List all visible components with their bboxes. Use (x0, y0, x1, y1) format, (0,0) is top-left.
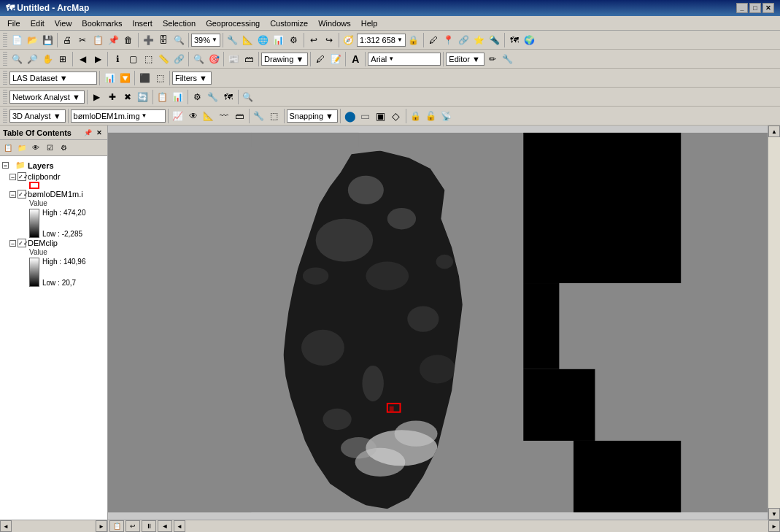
tool-f[interactable]: 🗺 (507, 33, 522, 47)
3d-raster[interactable]: 🗃 (232, 109, 247, 123)
full-extent-button[interactable]: ⊞ (55, 52, 70, 66)
bomlo-header[interactable]: − ✓ bømloDEM1m.i (9, 189, 106, 199)
open-button[interactable]: 📂 (25, 33, 39, 47)
snap-point[interactable]: ⬤ (343, 109, 358, 123)
menu-edit[interactable]: Edit (26, 18, 49, 28)
maximize-button[interactable]: □ (749, 3, 761, 13)
redo-button[interactable]: ↪ (322, 33, 336, 47)
scale-lock[interactable]: 🔒 (406, 33, 421, 47)
clipbondr-checkbox[interactable]: ✓ (18, 172, 26, 181)
hyperlink-button[interactable]: 🔗 (171, 52, 186, 66)
zoom-next[interactable]: ▶ (90, 52, 105, 66)
las-point-1[interactable]: ⬛ (137, 71, 152, 85)
tool-d[interactable]: ⭐ (472, 33, 487, 47)
layers-collapse[interactable]: − (2, 162, 9, 169)
toc-pin-button[interactable]: 📌 (82, 128, 93, 138)
layout-view[interactable]: 📰 (226, 52, 241, 66)
clipbondr-collapse[interactable]: − (9, 174, 16, 180)
snap-end[interactable]: ◇ (389, 109, 403, 123)
map-tools-3[interactable]: 🌐 (256, 33, 271, 47)
copy-button[interactable]: 📋 (90, 33, 105, 47)
menu-customize[interactable]: Customize (266, 18, 312, 28)
map-area[interactable] (108, 126, 768, 520)
zoom-out-button[interactable]: 🔎 (25, 52, 39, 66)
na-tool-9[interactable]: 🗺 (221, 90, 236, 104)
toc-scroll-left[interactable]: ◄ (0, 520, 12, 532)
vscroll-up[interactable]: ▲ (768, 126, 780, 137)
las-filter[interactable]: 🔽 (117, 71, 132, 85)
menu-insert[interactable]: Insert (128, 18, 157, 28)
toc-options[interactable]: ⚙ (57, 142, 70, 155)
identify-button[interactable]: ℹ (110, 52, 125, 66)
clipbondr-header[interactable]: − ✓ clipbondr (9, 171, 106, 182)
minimize-button[interactable]: _ (736, 3, 748, 13)
map-tab-2[interactable]: ↩ (126, 520, 140, 532)
close-button[interactable]: ✕ (762, 3, 774, 13)
map-tab-4[interactable]: ◄ (158, 520, 172, 532)
zoom-dropdown[interactable]: 39% ▼ (191, 34, 220, 47)
na-tool-1[interactable]: ▶ (90, 90, 104, 104)
nav-icon[interactable]: 🧭 (341, 33, 356, 47)
3d-interpolate[interactable]: 📐 (201, 109, 216, 123)
layers-header[interactable]: − 📁 Layers (1, 159, 106, 171)
delete-button[interactable]: 🗑 (121, 33, 136, 47)
na-tool-6[interactable]: 📊 (171, 90, 185, 104)
na-tool-8[interactable]: 🔧 (206, 90, 220, 104)
vscroll-down[interactable]: ▼ (768, 508, 780, 520)
3d-viewshed[interactable]: 👁 (186, 109, 201, 123)
tool-c[interactable]: 🔗 (457, 33, 471, 47)
las-dropdown[interactable]: LAS Dataset ▼ (9, 72, 97, 85)
new-button[interactable]: 📄 (9, 33, 24, 47)
las-point-2[interactable]: ⬚ (152, 71, 167, 85)
menu-selection[interactable]: Selection (158, 18, 200, 28)
3d-tool-1[interactable]: 🔧 (252, 109, 266, 123)
na-tool-7[interactable]: ⚙ (190, 90, 205, 104)
font-dropdown[interactable]: Arial ▼ (368, 53, 441, 66)
map-tab-1[interactable]: 📋 (109, 520, 124, 532)
draw-1[interactable]: 🖊 (313, 52, 328, 66)
vscroll-track[interactable] (768, 137, 780, 508)
layer-dropdown[interactable]: bømloDEM1m.img ▼ (71, 109, 166, 123)
menu-windows[interactable]: Windows (314, 18, 355, 28)
select-features[interactable]: ⬚ (141, 52, 155, 66)
toc-list-view[interactable]: 📋 (1, 142, 15, 155)
zoom-in-button[interactable]: 🔍 (9, 52, 24, 66)
las-profile[interactable]: 📊 (102, 71, 117, 85)
map-tools-2[interactable]: 📐 (241, 33, 255, 47)
map-tools-5[interactable]: ⚙ (287, 33, 301, 47)
hscroll-left[interactable]: ◄ (174, 520, 185, 532)
hscroll-right[interactable]: ► (768, 520, 780, 532)
na-tool-5[interactable]: 📋 (155, 90, 170, 104)
pan-button[interactable]: ✋ (40, 52, 55, 66)
3d-profile[interactable]: 📈 (171, 109, 185, 123)
menu-help[interactable]: Help (357, 18, 382, 28)
snapping-dropdown[interactable]: Snapping ▼ (287, 109, 338, 123)
tool-e[interactable]: 🔦 (487, 33, 502, 47)
text-btn[interactable]: A (348, 52, 363, 66)
measure-button[interactable]: 📏 (156, 52, 171, 66)
filters-dropdown[interactable]: Filters ▼ (172, 72, 212, 85)
find-button[interactable]: 🔍 (191, 52, 206, 66)
map-tools-4[interactable]: 📊 (271, 33, 286, 47)
demclip-header[interactable]: − ✓ DEMclip (9, 238, 106, 248)
toc-source-view[interactable]: 📁 (15, 142, 28, 155)
na-tool-3[interactable]: ✖ (120, 90, 135, 104)
na-tool-2[interactable]: ✚ (105, 90, 120, 104)
bomlo-checkbox[interactable]: ✓ (18, 190, 26, 198)
zoom-prev[interactable]: ◀ (75, 52, 90, 66)
na-dropdown[interactable]: Network Analyst ▼ (9, 90, 85, 104)
3d-tool-2[interactable]: ⬚ (267, 109, 282, 123)
goto-xy[interactable]: 🎯 (206, 52, 221, 66)
edit-tool-2[interactable]: 🔧 (501, 52, 515, 66)
undo-button[interactable]: ↩ (306, 33, 321, 47)
add-data-button[interactable]: ➕ (141, 33, 155, 47)
save-button[interactable]: 💾 (40, 33, 55, 47)
tool-b[interactable]: 📍 (441, 33, 456, 47)
menu-file[interactable]: File (3, 18, 25, 28)
select-button[interactable]: ▢ (126, 52, 140, 66)
tool-a[interactable]: 🖊 (426, 33, 441, 47)
3d-more-3[interactable]: 📡 (439, 109, 454, 123)
menu-bookmarks[interactable]: Bookmarks (77, 18, 126, 28)
data-view[interactable]: 🗃 (242, 52, 256, 66)
editor-dropdown[interactable]: Editor ▼ (446, 53, 484, 66)
